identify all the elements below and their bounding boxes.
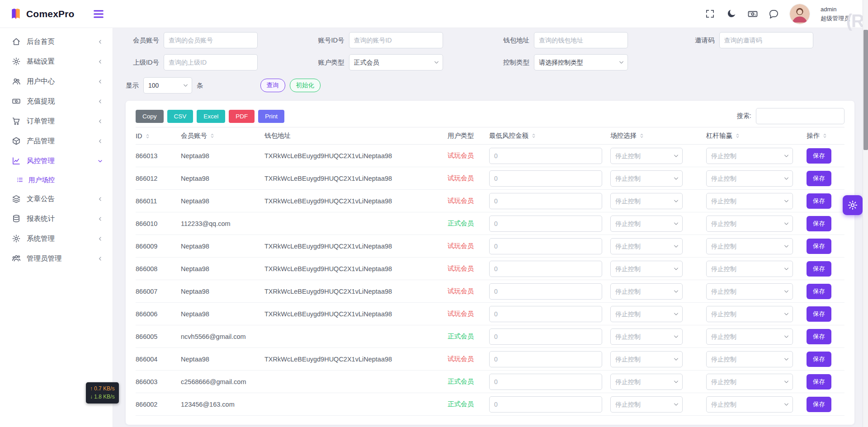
sidebar-item-products[interactable]: 产品管理 xyxy=(0,131,113,151)
save-button[interactable]: 保存 xyxy=(807,329,831,344)
save-button[interactable]: 保存 xyxy=(807,193,831,209)
sidebar-item-articles[interactable]: 文章公告 xyxy=(0,189,113,209)
min-risk-amount-input[interactable] xyxy=(489,396,602,413)
account-id-input[interactable] xyxy=(349,32,443,48)
min-risk-amount-input[interactable] xyxy=(489,216,602,232)
scene-control-select[interactable]: 停止控制 xyxy=(610,396,683,413)
save-button[interactable]: 保存 xyxy=(807,306,831,322)
query-button[interactable]: 查询 xyxy=(260,79,285,92)
messages-button[interactable] xyxy=(769,9,779,19)
cell-wallet-address xyxy=(264,371,448,393)
chevron-left-icon xyxy=(97,58,104,65)
leverage-select[interactable]: 停止控制 xyxy=(706,306,793,322)
save-button[interactable]: 保存 xyxy=(807,216,831,231)
leverage-select[interactable]: 停止控制 xyxy=(706,328,793,345)
min-risk-amount-input[interactable] xyxy=(489,374,602,390)
column-header[interactable]: 操作 xyxy=(807,127,844,145)
scene-control-select[interactable]: 停止控制 xyxy=(610,170,683,187)
sidebar-item-user-center[interactable]: 用户中心 xyxy=(0,71,113,91)
control-type-select[interactable]: 请选择控制类型 xyxy=(534,54,628,70)
data-table: ID会员账号钱包地址用户类型最低风控金额场控选择杠杆输赢操作 866013 Ne… xyxy=(136,127,844,416)
sidebar-item-orders[interactable]: 订单管理 xyxy=(0,111,113,131)
scene-control-select[interactable]: 停止控制 xyxy=(610,351,683,367)
column-header[interactable]: ID xyxy=(136,127,181,145)
min-risk-amount-input[interactable] xyxy=(489,148,602,164)
min-risk-amount-input[interactable] xyxy=(489,283,602,300)
min-risk-amount-input[interactable] xyxy=(489,261,602,277)
export-excel-button[interactable]: Excel xyxy=(197,110,225,123)
column-header[interactable]: 会员账号 xyxy=(181,127,264,145)
save-button[interactable]: 保存 xyxy=(807,397,831,412)
sidebar-subitem-user-scene-control[interactable]: 用户场控 xyxy=(0,171,113,189)
column-header[interactable]: 场控选择 xyxy=(610,127,706,145)
save-button[interactable]: 保存 xyxy=(807,352,831,367)
filter-parent-id: 上级ID号 xyxy=(126,54,299,70)
fullscreen-button[interactable] xyxy=(705,9,715,19)
scene-control-select[interactable]: 停止控制 xyxy=(610,193,683,209)
column-header[interactable]: 最低风控金额 xyxy=(489,127,610,145)
leverage-select[interactable]: 停止控制 xyxy=(706,396,793,413)
parent-id-input[interactable] xyxy=(164,54,258,70)
leverage-select[interactable]: 停止控制 xyxy=(706,193,793,209)
leverage-select[interactable]: 停止控制 xyxy=(706,374,793,390)
leverage-select[interactable]: 停止控制 xyxy=(706,283,793,300)
scene-control-select[interactable]: 停止控制 xyxy=(610,261,683,277)
sidebar-item-risk-control[interactable]: 风控管理 xyxy=(0,151,113,171)
brand[interactable]: ComexPro xyxy=(9,7,75,21)
leverage-select[interactable]: 停止控制 xyxy=(706,351,793,367)
page-size-select[interactable]: 100 xyxy=(143,77,192,94)
sidebar-item-reports[interactable]: 报表统计 xyxy=(0,209,113,229)
sidebar-item-dashboard[interactable]: 后台首页 xyxy=(0,32,113,52)
scrollbar-thumb[interactable] xyxy=(863,30,868,150)
scene-control-select[interactable]: 停止控制 xyxy=(610,216,683,232)
account-type-select[interactable]: 正式会员 xyxy=(349,54,443,70)
save-button[interactable]: 保存 xyxy=(807,374,831,389)
leverage-select[interactable]: 停止控制 xyxy=(706,261,793,277)
scene-control-select[interactable]: 停止控制 xyxy=(610,328,683,345)
save-button[interactable]: 保存 xyxy=(807,261,831,277)
invite-code-input[interactable] xyxy=(719,32,813,48)
save-button[interactable]: 保存 xyxy=(807,171,831,186)
min-risk-amount-input[interactable] xyxy=(489,328,602,345)
save-button[interactable]: 保存 xyxy=(807,284,831,299)
member-account-input[interactable] xyxy=(164,32,258,48)
sidebar-item-admins[interactable]: 管理员管理 xyxy=(0,249,113,268)
page-scrollbar[interactable] xyxy=(863,0,868,427)
user-avatar[interactable] xyxy=(790,4,810,24)
save-button[interactable]: 保存 xyxy=(807,148,831,164)
export-print-button[interactable]: Print xyxy=(258,110,284,123)
export-pdf-button[interactable]: PDF xyxy=(229,110,255,123)
export-csv-button[interactable]: CSV xyxy=(167,110,193,123)
leverage-select[interactable]: 停止控制 xyxy=(706,216,793,232)
leverage-select[interactable]: 停止控制 xyxy=(706,148,793,164)
init-button[interactable]: 初始化 xyxy=(290,79,321,92)
scene-control-select[interactable]: 停止控制 xyxy=(610,374,683,390)
export-copy-button[interactable]: Copy xyxy=(136,110,164,123)
min-risk-amount-input[interactable] xyxy=(489,193,602,209)
leverage-select[interactable]: 停止控制 xyxy=(706,238,793,254)
settings-fab-button[interactable] xyxy=(843,195,863,215)
sidebar-item-system[interactable]: 系统管理 xyxy=(0,229,113,249)
min-risk-amount-input[interactable] xyxy=(489,306,602,322)
finance-button[interactable] xyxy=(747,9,758,19)
save-button[interactable]: 保存 xyxy=(807,239,831,254)
sidebar-toggle-button[interactable] xyxy=(92,8,105,20)
sidebar-item-basic-settings[interactable]: 基础设置 xyxy=(0,52,113,71)
chevron-left-icon xyxy=(97,216,104,222)
table-search-input[interactable] xyxy=(756,108,844,124)
user-meta[interactable]: admin 超级管理员 xyxy=(821,5,850,23)
min-risk-amount-input[interactable] xyxy=(489,170,602,187)
min-risk-amount-input[interactable] xyxy=(489,351,602,367)
dark-mode-button[interactable] xyxy=(726,9,736,19)
min-risk-amount-input[interactable] xyxy=(489,238,602,254)
leverage-select[interactable]: 停止控制 xyxy=(706,170,793,187)
scene-control-select[interactable]: 停止控制 xyxy=(610,283,683,300)
column-header[interactable]: 杠杆输赢 xyxy=(706,127,807,145)
scene-control-select[interactable]: 停止控制 xyxy=(610,306,683,322)
sidebar-item-recharge-withdraw[interactable]: 充值提现 xyxy=(0,91,113,111)
scene-control-select[interactable]: 停止控制 xyxy=(610,148,683,164)
topbar: ComexPro xyxy=(0,0,868,28)
cell-min-risk-amount xyxy=(489,167,610,190)
wallet-address-input[interactable] xyxy=(534,32,628,48)
scene-control-select[interactable]: 停止控制 xyxy=(610,238,683,254)
